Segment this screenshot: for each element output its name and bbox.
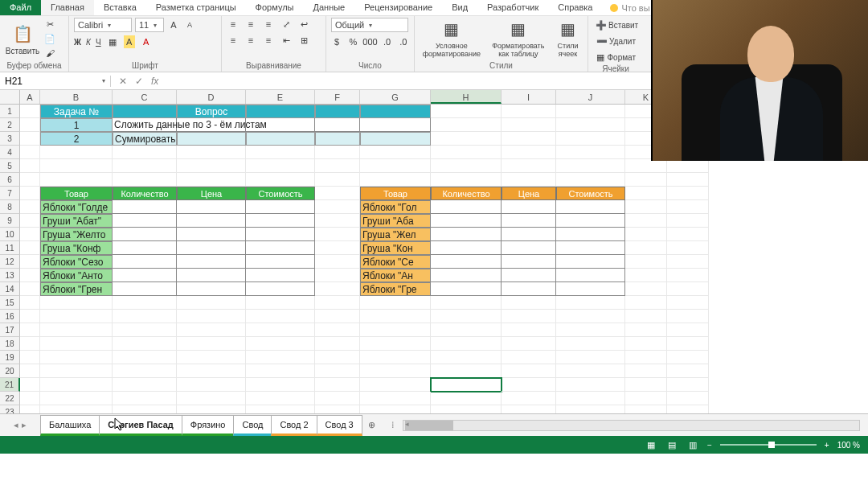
cell[interactable]: [667, 214, 709, 228]
cell[interactable]: [177, 255, 246, 269]
cell[interactable]: [667, 159, 709, 173]
decrease-font-icon[interactable]: A: [183, 18, 196, 31]
cell[interactable]: [502, 105, 556, 118]
cell[interactable]: [360, 159, 431, 173]
cell[interactable]: [625, 159, 667, 173]
cell[interactable]: [360, 132, 431, 146]
cell[interactable]: [113, 351, 177, 364]
cell[interactable]: [431, 296, 502, 310]
cell[interactable]: [177, 200, 246, 214]
cell[interactable]: [40, 159, 113, 173]
row-header[interactable]: 6: [0, 173, 20, 187]
new-sheet-button[interactable]: ⊕: [362, 416, 382, 434]
cell[interactable]: [360, 364, 431, 378]
col-h-H[interactable]: H: [431, 90, 502, 104]
number-format-combo[interactable]: Общий▾: [331, 18, 408, 32]
cell[interactable]: [667, 310, 709, 323]
cell[interactable]: [20, 392, 40, 405]
cell[interactable]: [431, 337, 502, 351]
cell[interactable]: [40, 323, 113, 337]
cell[interactable]: [315, 132, 360, 146]
row-header[interactable]: 2: [0, 118, 20, 132]
italic-button[interactable]: К: [86, 38, 91, 47]
cell[interactable]: [667, 269, 709, 282]
cell[interactable]: Стоимость: [246, 187, 315, 200]
cell[interactable]: [113, 310, 177, 323]
select-all-corner[interactable]: [0, 90, 20, 104]
cell[interactable]: Груша "Конф: [40, 241, 113, 255]
cell[interactable]: [431, 310, 502, 323]
cell[interactable]: [625, 200, 667, 214]
cell[interactable]: [315, 323, 360, 337]
sheet-tab-1[interactable]: Сергиев Пасад: [99, 415, 182, 436]
format-cells-button[interactable]: ▦Формат: [593, 50, 638, 64]
cell[interactable]: Цена: [177, 187, 246, 200]
cell[interactable]: [177, 378, 246, 392]
cell[interactable]: [625, 173, 667, 187]
col-h-C[interactable]: C: [113, 90, 177, 104]
cell[interactable]: [502, 282, 556, 296]
cell[interactable]: [556, 228, 625, 241]
cell[interactable]: [556, 364, 625, 378]
cell[interactable]: [20, 296, 40, 310]
cell[interactable]: [20, 146, 40, 159]
cell[interactable]: [315, 214, 360, 228]
sheet-tab-3[interactable]: Свод: [233, 415, 272, 436]
cell[interactable]: [40, 351, 113, 364]
cell[interactable]: [625, 187, 667, 200]
sheet-tab-0[interactable]: Балашиха: [40, 415, 100, 436]
row-header[interactable]: 14: [0, 282, 20, 296]
fx-icon[interactable]: fx: [151, 76, 158, 87]
cell[interactable]: [315, 173, 360, 187]
cell[interactable]: [177, 392, 246, 405]
percent-icon[interactable]: %: [347, 35, 358, 48]
cell[interactable]: [113, 296, 177, 310]
format-table-icon[interactable]: ▦: [507, 18, 530, 40]
cell[interactable]: [315, 159, 360, 173]
cell[interactable]: [556, 337, 625, 351]
cell[interactable]: [625, 296, 667, 310]
zoom-slider[interactable]: [720, 444, 817, 446]
cell[interactable]: [315, 118, 360, 132]
cell[interactable]: Количество: [431, 187, 502, 200]
cell[interactable]: [177, 269, 246, 282]
cell[interactable]: [431, 269, 502, 282]
cell[interactable]: [431, 214, 502, 228]
cell[interactable]: [667, 241, 709, 255]
cell[interactable]: [315, 351, 360, 364]
cell[interactable]: Груши "Абат": [40, 214, 113, 228]
cell[interactable]: [246, 200, 315, 214]
zoom-value[interactable]: 100 %: [837, 441, 860, 450]
cell[interactable]: Яблоки "Се: [360, 255, 431, 269]
cell[interactable]: [315, 241, 360, 255]
row-header[interactable]: 1: [0, 105, 20, 118]
borders-icon[interactable]: ▦: [106, 35, 119, 48]
cell[interactable]: [20, 310, 40, 323]
cell[interactable]: [20, 323, 40, 337]
cell[interactable]: Яблоки "Грен: [40, 282, 113, 296]
cell[interactable]: [556, 310, 625, 323]
cell[interactable]: [246, 269, 315, 282]
cell[interactable]: [431, 392, 502, 405]
cell[interactable]: [556, 296, 625, 310]
cell[interactable]: [556, 159, 625, 173]
increase-font-icon[interactable]: A: [167, 18, 180, 31]
cell[interactable]: [431, 378, 502, 392]
cell[interactable]: [20, 159, 40, 173]
cell[interactable]: [431, 132, 502, 146]
cell[interactable]: [40, 310, 113, 323]
cell[interactable]: [246, 105, 315, 118]
cell[interactable]: [625, 392, 667, 405]
font-size-combo[interactable]: 11▾: [135, 18, 164, 32]
col-h-I[interactable]: I: [502, 90, 556, 104]
cell[interactable]: [246, 214, 315, 228]
cell[interactable]: [246, 146, 315, 159]
cell[interactable]: [667, 337, 709, 351]
decrease-indent-icon[interactable]: ⇤: [280, 34, 293, 47]
view-page-icon[interactable]: ▤: [665, 438, 678, 451]
cell[interactable]: 2: [40, 132, 113, 146]
cell[interactable]: [667, 323, 709, 337]
cell[interactable]: [246, 241, 315, 255]
delete-rows-button[interactable]: ➖Удалит: [593, 34, 638, 48]
cell[interactable]: [113, 105, 177, 118]
